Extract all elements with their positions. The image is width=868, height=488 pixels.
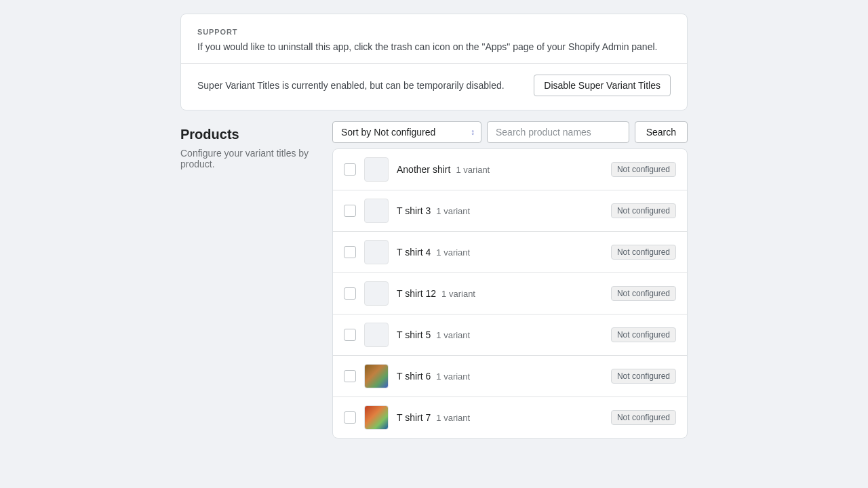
product-checkbox[interactable] bbox=[344, 163, 356, 176]
product-thumbnail bbox=[364, 405, 389, 430]
product-info: T shirt 61 variant bbox=[397, 371, 611, 382]
status-badge: Not configured bbox=[611, 286, 676, 301]
product-thumbnail bbox=[364, 199, 389, 223]
product-thumbnail bbox=[364, 281, 389, 306]
table-row: Another shirt1 variantNot configured bbox=[333, 149, 687, 190]
table-row: T shirt 41 variantNot configured bbox=[333, 232, 687, 273]
search-input[interactable] bbox=[487, 121, 629, 143]
status-badge: Not configured bbox=[611, 245, 676, 260]
product-name: T shirt 3 bbox=[397, 205, 431, 216]
product-name: T shirt 4 bbox=[397, 247, 431, 258]
product-checkbox[interactable] bbox=[344, 370, 356, 382]
products-section-title: Products bbox=[180, 127, 316, 142]
disable-row: Super Variant Titles is currently enable… bbox=[197, 75, 671, 96]
product-name: T shirt 7 bbox=[397, 412, 431, 423]
product-thumbnail bbox=[364, 364, 389, 388]
support-description: If you would like to uninstall this app,… bbox=[197, 41, 671, 52]
product-info: T shirt 71 variant bbox=[397, 412, 611, 423]
support-card: SUPPORT If you would like to uninstall t… bbox=[180, 14, 688, 110]
product-checkbox[interactable] bbox=[344, 246, 356, 258]
products-section: Products Configure your variant titles b… bbox=[180, 121, 688, 439]
status-badge: Not configured bbox=[611, 369, 676, 384]
products-main: Sort by Not configured Sort by Name ↕ Se… bbox=[332, 121, 688, 439]
products-section-subtitle: Configure your variant titles by product… bbox=[180, 148, 316, 169]
status-badge: Not configured bbox=[611, 327, 676, 342]
sort-select-wrapper: Sort by Not configured Sort by Name ↕ bbox=[332, 121, 481, 143]
product-variant-count: 1 variant bbox=[436, 206, 470, 216]
table-row: T shirt 71 variantNot configured bbox=[333, 397, 687, 438]
product-variant-count: 1 variant bbox=[436, 371, 470, 382]
table-row: T shirt 61 variantNot configured bbox=[333, 356, 687, 397]
product-name: T shirt 6 bbox=[397, 371, 431, 382]
support-title: SUPPORT bbox=[197, 28, 671, 36]
products-sidebar: Products Configure your variant titles b… bbox=[180, 121, 316, 439]
product-checkbox[interactable] bbox=[344, 329, 356, 341]
card-divider bbox=[181, 63, 687, 64]
product-info: T shirt 31 variant bbox=[397, 205, 611, 216]
toolbar: Sort by Not configured Sort by Name ↕ Se… bbox=[332, 121, 688, 143]
product-thumbnail bbox=[364, 157, 389, 182]
product-variant-count: 1 variant bbox=[436, 330, 470, 340]
status-badge: Not configured bbox=[611, 162, 676, 177]
product-name: Another shirt bbox=[397, 164, 450, 175]
product-name: T shirt 5 bbox=[397, 329, 431, 340]
product-info: Another shirt1 variant bbox=[397, 164, 611, 175]
product-name: T shirt 12 bbox=[397, 288, 436, 299]
product-info: T shirt 41 variant bbox=[397, 247, 611, 258]
status-badge: Not configured bbox=[611, 203, 676, 218]
products-list: Another shirt1 variantNot configuredT sh… bbox=[332, 148, 688, 439]
product-info: T shirt 51 variant bbox=[397, 329, 611, 340]
product-thumbnail bbox=[364, 240, 389, 264]
product-info: T shirt 121 variant bbox=[397, 288, 611, 299]
product-variant-count: 1 variant bbox=[436, 413, 470, 423]
table-row: T shirt 121 variantNot configured bbox=[333, 273, 687, 314]
status-text: Super Variant Titles is currently enable… bbox=[197, 80, 505, 91]
disable-button[interactable]: Disable Super Variant Titles bbox=[534, 75, 671, 96]
product-checkbox[interactable] bbox=[344, 411, 356, 424]
product-checkbox[interactable] bbox=[344, 287, 356, 300]
product-variant-count: 1 variant bbox=[436, 247, 470, 258]
product-variant-count: 1 variant bbox=[456, 165, 490, 175]
sort-select[interactable]: Sort by Not configured Sort by Name bbox=[332, 121, 481, 143]
status-badge: Not configured bbox=[611, 410, 676, 425]
product-thumbnail bbox=[364, 323, 389, 347]
product-checkbox[interactable] bbox=[344, 205, 356, 217]
product-variant-count: 1 variant bbox=[441, 289, 475, 299]
table-row: T shirt 51 variantNot configured bbox=[333, 314, 687, 356]
table-row: T shirt 31 variantNot configured bbox=[333, 190, 687, 232]
search-button[interactable]: Search bbox=[635, 121, 688, 143]
